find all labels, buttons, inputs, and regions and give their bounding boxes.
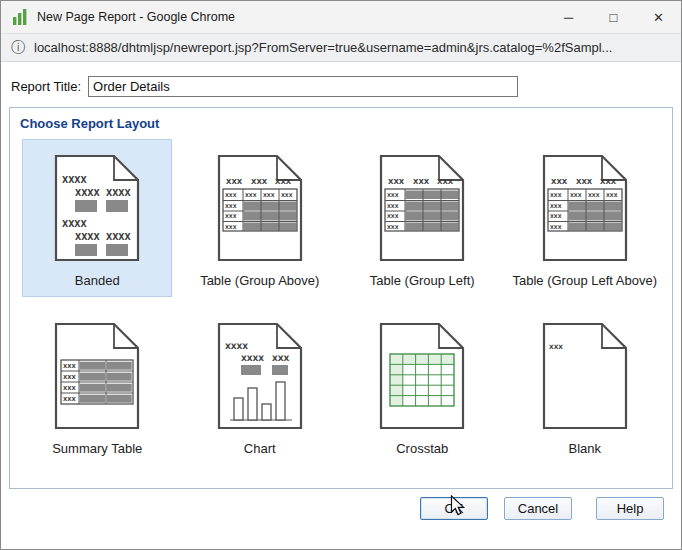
dialog-content: Report Title: Choose Report Layout XXXX … [1,62,681,520]
svg-text:XXX: XXX [606,192,618,198]
layout-option-chart[interactable]: XXXX XXXXXXX Chart [185,307,335,465]
banded-layout-icon: XXXX XXXXXXXX XXXX XXXXXXXX [51,152,143,264]
svg-text:XXX: XXX [437,178,454,186]
layout-option-blank[interactable]: XXX Blank [510,307,660,465]
svg-text:XXX: XXX [245,192,257,198]
report-title-label: Report Title: [11,79,81,94]
svg-text:XXX: XXX [263,192,275,198]
svg-text:XXX: XXX [600,178,617,186]
svg-text:XXX: XXX [225,213,237,219]
window-controls: ─ □ ✕ [546,1,681,33]
report-title-row: Report Title: [11,76,671,97]
layout-option-label: Chart [244,441,276,456]
svg-text:XXX: XXX [225,224,237,230]
svg-text:XXX: XXX [63,363,76,369]
crosstab-layout-icon [376,320,468,432]
cancel-button[interactable]: Cancel [504,497,572,520]
svg-text:XXX: XXX [413,178,430,186]
svg-text:XXX: XXX [225,203,237,209]
layout-option-label: Summary Table [52,441,142,456]
page-url: localhost:8888/dhtmljsp/newreport.jsp?Fr… [34,40,612,55]
layout-option-summary-table[interactable]: XXXXXX XXXXXX Summary Table [22,307,172,465]
layout-option-label: Table (Group Above) [200,273,319,288]
svg-text:XXX: XXX [550,224,562,230]
layout-option-table-group-left[interactable]: XXXXXXXXX XXXXXX XXXXXX Table (Group Lef… [347,139,497,297]
chart-layout-icon: XXXX XXXXXXX [214,320,306,432]
layout-option-table-group-left-above[interactable]: XXXXXXXXX XXXXXXXXXXXX XXXXXXXXX Table (… [510,139,660,297]
layout-option-label: Table (Group Left) [370,273,475,288]
svg-text:XXX: XXX [63,385,76,391]
svg-text:XXX: XXX [272,354,290,363]
svg-text:XXX: XXX [550,203,562,209]
layout-options-grid: XXXX XXXXXXXX XXXX XXXXXXXX Banded [16,139,666,465]
report-title-input[interactable] [88,76,518,97]
jreport-logo-icon [11,8,29,26]
layout-option-label: Blank [568,441,601,456]
svg-text:XXX: XXX [550,192,562,198]
address-bar: ⓘ localhost:8888/dhtmljsp/newreport.jsp?… [1,34,681,62]
svg-text:XXX: XXX [226,178,243,186]
svg-text:XXX: XXX [281,192,293,198]
window-titlebar: New Page Report - Google Chrome ─ □ ✕ [1,1,681,34]
svg-text:XXXX: XXXX [241,354,264,363]
svg-text:XXX: XXX [63,396,76,402]
svg-text:XXXX: XXXX [75,189,101,198]
svg-text:XXX: XXX [387,192,399,198]
svg-text:XXX: XXX [63,374,76,380]
svg-text:XXX: XXX [388,178,405,186]
new-page-report-dialog: New Page Report - Google Chrome ─ □ ✕ ⓘ … [0,0,682,550]
window-title: New Page Report - Google Chrome [37,10,546,24]
blank-layout-icon: XXX [539,320,631,432]
minimize-button[interactable]: ─ [546,1,591,33]
layout-option-label: Crosstab [396,441,448,456]
svg-text:XXXX: XXXX [62,176,88,185]
layout-option-crosstab[interactable]: Crosstab [347,307,497,465]
summary-table-layout-icon: XXXXXX XXXXXX [51,320,143,432]
svg-text:XXX: XXX [251,178,268,186]
svg-text:XXX: XXX [275,178,292,186]
layout-option-table-group-above[interactable]: XXXXXXXXX XXXXXXXXXXXX XXXXXXXXX Table (… [185,139,335,297]
svg-text:XXX: XXX [588,192,600,198]
svg-text:XXXX: XXXX [75,233,101,242]
svg-text:XXXX: XXXX [225,342,248,351]
help-button[interactable]: Help [596,497,664,520]
table-group-above-layout-icon: XXXXXXXXX XXXXXXXXXXXX XXXXXXXXX [214,152,306,264]
close-button[interactable]: ✕ [636,1,681,33]
layout-group-legend: Choose Report Layout [20,116,666,131]
svg-text:XXXX: XXXX [106,189,132,198]
maximize-button[interactable]: □ [591,1,636,33]
svg-text:XXX: XXX [549,343,563,350]
svg-text:XXXX: XXXX [106,233,132,242]
svg-text:XXX: XXX [551,178,568,186]
table-group-left-layout-icon: XXXXXXXXX XXXXXX XXXXXX [376,152,468,264]
layout-option-banded[interactable]: XXXX XXXXXXXX XXXX XXXXXXXX Banded [22,139,172,297]
choose-report-layout-group: Choose Report Layout XXXX XXXXXXXX XXXX [9,107,673,489]
svg-text:XXX: XXX [387,224,399,230]
site-info-icon[interactable]: ⓘ [11,39,25,57]
layout-option-label: Banded [75,273,120,288]
svg-text:XXX: XXX [576,178,593,186]
dialog-buttons: OK Cancel Help [9,497,673,520]
svg-text:XXX: XXX [550,213,562,219]
svg-text:XXX: XXX [225,192,237,198]
ok-button[interactable]: OK [420,497,488,520]
table-group-left-above-layout-icon: XXXXXXXXX XXXXXXXXXXXX XXXXXXXXX [539,152,631,264]
svg-text:XXX: XXX [387,203,399,209]
svg-text:XXX: XXX [387,213,399,219]
svg-text:XXX: XXX [570,192,582,198]
svg-text:XXXX: XXXX [62,220,88,229]
layout-option-label: Table (Group Left Above) [512,273,657,288]
